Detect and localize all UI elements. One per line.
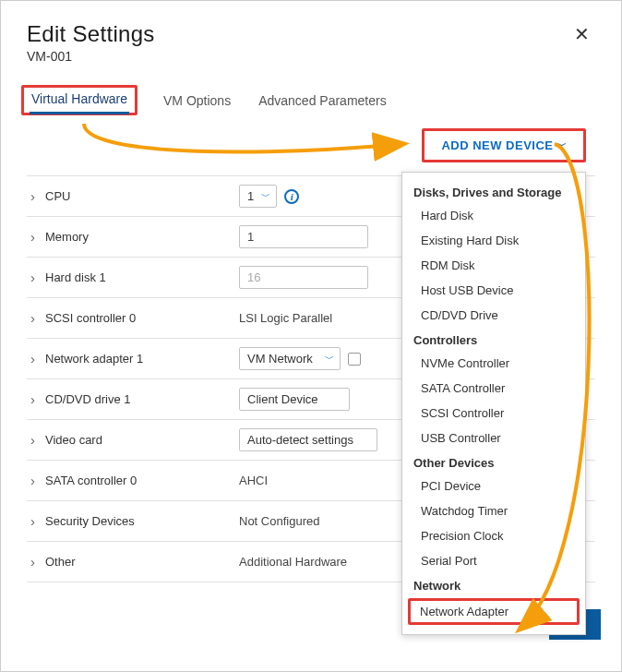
row-memory-label[interactable]: › Memory — [27, 229, 230, 245]
menu-item-nvme-controller[interactable]: NVMe Controller — [402, 351, 585, 376]
title-block: Edit Settings VM-001 — [27, 21, 155, 64]
network-adapter-1-select[interactable]: VM Network ﹀ — [239, 347, 341, 370]
cd-dvd-drive-1-select-value: Client Device — [247, 392, 318, 406]
menu-heading-network: Network — [402, 573, 585, 596]
menu-item-serial-port[interactable]: Serial Port — [402, 548, 585, 573]
dialog-title: Edit Settings — [27, 21, 155, 47]
row-hard-disk-1-label[interactable]: › Hard disk 1 — [27, 270, 230, 285]
menu-item-pci-device[interactable]: PCI Device — [402, 474, 585, 498]
tab-advanced-parameters[interactable]: Advanced Parameters — [257, 88, 389, 115]
network-adapter-1-label-text: Network adapter 1 — [45, 352, 143, 366]
menu-item-host-usb-device[interactable]: Host USB Device — [402, 278, 585, 303]
scsi-controller-0-label-text: SCSI controller 0 — [45, 311, 136, 325]
memory-input-value: 1 — [247, 230, 254, 244]
other-label-text: Other — [45, 555, 76, 569]
chevron-right-icon: › — [30, 391, 40, 407]
memory-label-text: Memory — [45, 230, 89, 244]
chevron-right-icon: › — [30, 229, 40, 245]
content-area: › CPU 1 ﹀ i › Memory 1 — [27, 175, 595, 582]
info-icon[interactable]: i — [284, 189, 299, 204]
memory-input[interactable]: 1 — [239, 225, 368, 248]
highlight-virtual-hardware: Virtual Hardware — [21, 85, 138, 115]
row-network-adapter-1-label[interactable]: › Network adapter 1 — [27, 351, 230, 366]
cpu-select-value: 1 — [247, 189, 254, 203]
chevron-right-icon: › — [30, 513, 40, 529]
menu-item-existing-hard-disk[interactable]: Existing Hard Disk — [402, 228, 585, 253]
hard-disk-1-label-text: Hard disk 1 — [45, 270, 106, 284]
edit-settings-dialog: Edit Settings VM-001 ✕ Virtual Hardware … — [1, 1, 621, 603]
menu-item-scsi-controller[interactable]: SCSI Controller — [402, 401, 585, 426]
chevron-right-icon: › — [30, 351, 40, 366]
chevron-right-icon: › — [30, 432, 40, 448]
close-icon[interactable]: ✕ — [568, 21, 595, 47]
menu-item-watchdog-timer[interactable]: Watchdog Timer — [402, 498, 585, 523]
menu-item-sata-controller[interactable]: SATA Controller — [402, 376, 585, 401]
chevron-right-icon: › — [30, 310, 40, 326]
menu-heading-controllers: Controllers — [402, 328, 585, 351]
security-devices-value-text: Not Configured — [239, 514, 319, 528]
sata-controller-0-label-text: SATA controller 0 — [45, 474, 137, 487]
menu-item-rdm-disk[interactable]: RDM Disk — [402, 253, 585, 278]
scsi-controller-0-value-text: LSI Logic Parallel — [239, 311, 332, 325]
cpu-label-text: CPU — [45, 189, 70, 203]
cd-dvd-drive-1-label-text: CD/DVD drive 1 — [45, 392, 130, 406]
tab-virtual-hardware[interactable]: Virtual Hardware — [30, 86, 129, 114]
menu-heading-other: Other Devices — [402, 450, 585, 474]
highlight-add-device: ADD NEW DEVICE ﹀ — [422, 128, 586, 162]
chevron-right-icon: › — [30, 188, 40, 204]
menu-item-hard-disk[interactable]: Hard Disk — [402, 203, 585, 228]
add-device-menu: Disks, Drives and Storage Hard Disk Exis… — [401, 172, 586, 635]
menu-item-network-adapter[interactable]: Network Adapter — [408, 598, 580, 625]
row-other-label[interactable]: › Other — [27, 554, 230, 570]
security-devices-label-text: Security Devices — [45, 514, 135, 528]
network-adapter-1-select-value: VM Network — [247, 352, 313, 366]
menu-item-precision-clock[interactable]: Precision Clock — [402, 523, 585, 548]
chevron-right-icon: › — [30, 473, 40, 488]
chevron-right-icon: › — [30, 554, 40, 570]
menu-item-cd-dvd-drive[interactable]: CD/DVD Drive — [402, 303, 585, 328]
menu-heading-disks: Disks, Drives and Storage — [402, 180, 585, 203]
video-card-label-text: Video card — [45, 433, 102, 447]
row-sata-controller-0-label[interactable]: › SATA controller 0 — [27, 473, 230, 488]
row-scsi-controller-0-label[interactable]: › SCSI controller 0 — [27, 310, 230, 326]
chevron-down-icon: ﹀ — [261, 190, 270, 203]
sata-controller-0-value-text: AHCI — [239, 474, 268, 487]
cd-dvd-drive-1-select[interactable]: Client Device — [239, 388, 350, 411]
video-card-select-value: Auto-detect settings — [247, 433, 353, 447]
row-video-card-label[interactable]: › Video card — [27, 432, 230, 448]
row-security-devices-label[interactable]: › Security Devices — [27, 513, 230, 529]
menu-item-usb-controller[interactable]: USB Controller — [402, 426, 585, 450]
chevron-down-icon: ﹀ — [557, 139, 568, 152]
dialog-subtitle: VM-001 — [27, 49, 155, 64]
other-value-text: Additional Hardware — [239, 555, 347, 569]
row-cd-dvd-drive-1-label[interactable]: › CD/DVD drive 1 — [27, 391, 230, 407]
add-new-device-label: ADD NEW DEVICE — [441, 138, 553, 152]
chevron-right-icon: › — [30, 270, 40, 285]
chevron-down-icon: ﹀ — [325, 353, 334, 366]
network-adapter-connect-checkbox[interactable] — [348, 353, 361, 366]
hard-disk-1-input[interactable]: 16 — [239, 266, 368, 289]
add-new-device-button[interactable]: ADD NEW DEVICE ﹀ — [432, 133, 576, 158]
hard-disk-1-input-value: 16 — [247, 270, 260, 284]
dialog-header: Edit Settings VM-001 ✕ — [27, 21, 595, 64]
row-cpu-label[interactable]: › CPU — [27, 188, 230, 204]
tabs: Virtual Hardware VM Options Advanced Par… — [27, 88, 595, 115]
video-card-select[interactable]: Auto-detect settings — [239, 428, 377, 451]
cpu-select[interactable]: 1 ﹀ — [239, 185, 277, 208]
tab-vm-options[interactable]: VM Options — [161, 88, 233, 115]
add-device-wrap: ADD NEW DEVICE ﹀ — [27, 128, 586, 162]
